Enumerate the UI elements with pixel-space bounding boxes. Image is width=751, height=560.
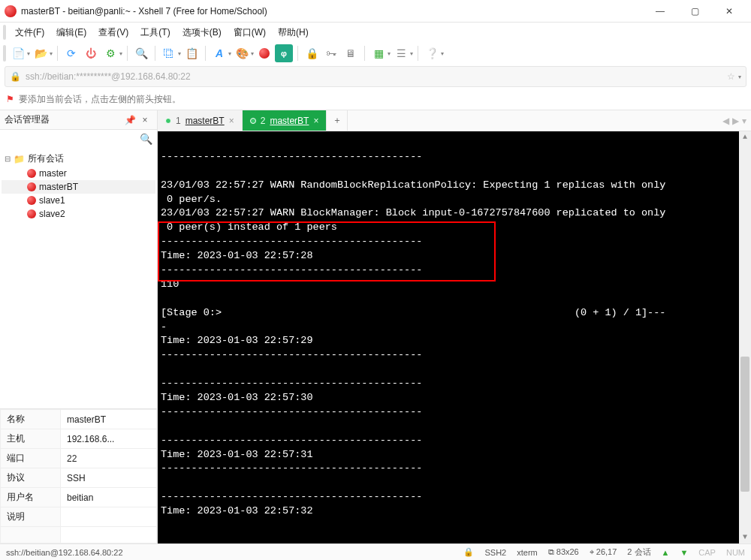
tab-1[interactable]: 1 masterBT × [158,110,243,131]
scroll-up-icon[interactable]: ▲ [739,131,751,143]
menu-tools[interactable]: 工具(T) [134,24,176,41]
chevron-down-icon[interactable]: ▾ [441,50,444,57]
window-title: masterBT - beitian@panli:~ - Xshell 7 (F… [21,6,643,17]
separator [297,46,298,61]
folder-icon: 📁 [14,154,25,164]
prop-key: 说明 [1,507,61,527]
session-item-master[interactable]: master [2,167,155,180]
address-input[interactable]: ssh://beitian:**********@192.168.64.80:2… [26,71,722,82]
xftp-icon[interactable]: φ [275,44,293,62]
lock-icon: 🔒 [463,547,474,557]
new-tab-button[interactable]: ＋ [327,110,348,131]
nav-up-icon[interactable]: ▲ [662,548,670,557]
search-icon[interactable]: 🔍 [140,133,152,145]
menu-edit[interactable]: 编辑(E) [50,24,92,41]
maximize-button[interactable]: ▢ [677,0,712,23]
help-button[interactable]: ❔ [423,44,441,62]
tab-bar: 1 masterBT × 2 masterBT × ＋ ◀ ▶ ▾ [158,110,751,131]
session-item-masterbt[interactable]: masterBT [2,180,155,194]
tab-close-button[interactable]: × [229,116,234,126]
tab-2[interactable]: 2 masterBT × [243,110,327,131]
sidebar-close-button[interactable]: × [137,115,152,125]
sidebar-title: 会话管理器 [5,113,122,126]
chevron-down-icon[interactable]: ▾ [178,50,181,57]
new-session-button[interactable]: 📄 [9,44,27,62]
session-tree: ⊟ 📁 所有会话 master masterBT slave1 slave2 [0,148,157,408]
find-button[interactable]: 🔍 [132,44,150,62]
search-row: 🔍 [0,130,157,148]
menu-view[interactable]: 查看(V) [92,24,134,41]
prop-key: 端口 [1,449,61,468]
cursor-icon: ⌖ [590,547,596,556]
chevron-down-icon[interactable]: ▾ [228,50,231,57]
font-button[interactable]: A [210,44,228,62]
open-button[interactable]: 📂 [32,44,50,62]
chevron-down-icon[interactable]: ▾ [738,74,741,80]
tab-prev-button[interactable]: ◀ [722,116,729,126]
lock-icon: 🔒 [10,71,21,82]
hint-text: 要添加当前会话，点击左侧的箭头按钮。 [19,93,181,106]
status-connection: ssh://beitian@192.168.64.80:22 [6,548,123,557]
terminal[interactable]: ----------------------------------------… [158,131,751,543]
tab-list-button[interactable]: ▾ [742,116,746,126]
copy-button[interactable]: ⿻ [160,44,178,62]
hosts-button[interactable]: 🖥 [342,44,360,62]
pin-button[interactable]: 📌 [122,115,137,125]
separator [155,46,155,61]
prop-value: masterBT [61,410,157,429]
tab-next-button[interactable]: ▶ [732,116,739,126]
layout2-button[interactable]: ☰ [392,44,410,62]
separator [205,46,206,61]
close-button[interactable]: ✕ [712,0,746,23]
status-num: NUM [726,548,745,557]
menu-window[interactable]: 窗口(W) [228,24,272,41]
scrollbar-thumb[interactable] [740,357,749,492]
prop-value: SSH [61,468,157,488]
session-item-slave1[interactable]: slave1 [2,194,155,207]
keys-button[interactable]: 🗝 [322,44,340,62]
layout1-button[interactable]: ▦ [369,44,388,62]
disconnect-button[interactable]: ⏻ [82,44,100,62]
minimize-button[interactable]: — [643,0,677,23]
grip-icon [3,25,6,40]
menu-help[interactable]: 帮助(H) [272,24,315,41]
chevron-down-icon[interactable]: ▾ [50,50,53,57]
reconnect-button[interactable]: ⟳ [62,44,80,62]
chevron-down-icon[interactable]: ▾ [119,50,122,57]
sidebar: 会话管理器 📌 × 🔍 ⊟ 📁 所有会话 master masterBT [0,110,158,543]
session-icon [27,196,36,205]
chevron-down-icon[interactable]: ▾ [251,50,254,57]
scrollbar-vertical[interactable]: ▲ ▼ [739,131,751,543]
separator [418,46,418,61]
properties-button[interactable]: ⚙ [101,44,119,62]
chevron-down-icon[interactable]: ▾ [27,50,30,57]
nav-down-icon[interactable]: ▼ [680,548,688,557]
color-button[interactable]: 🎨 [233,44,251,62]
chevron-down-icon[interactable]: ▾ [410,50,413,57]
collapse-icon[interactable]: ⊟ [5,155,11,163]
main-pane: 会话管理器 📌 × 🔍 ⊟ 📁 所有会话 master masterBT [0,110,751,543]
menu-tab[interactable]: 选项卡(B) [176,24,228,41]
xshell-icon[interactable] [255,44,273,62]
prop-value [61,527,157,543]
status-size: 83x26 [556,547,579,556]
grip-icon [3,45,6,62]
session-item-slave2[interactable]: slave2 [2,207,155,221]
chevron-down-icon[interactable]: ▾ [388,50,391,57]
close-icon: ✕ [725,6,733,17]
bookmark-button[interactable]: ☆ [727,71,735,82]
app-icon [5,5,17,17]
tab-close-button[interactable]: × [313,116,318,126]
tab-index: 1 [176,116,181,126]
grid-icon: ⧉ [548,547,556,556]
paste-button[interactable]: 📋 [182,44,201,62]
tab-index: 2 [261,116,266,126]
property-table: 名称masterBT 主机192.168.6... 端口22 协议SSH 用户名… [0,408,157,543]
terminal-output: ----------------------------------------… [161,151,665,516]
scroll-down-icon[interactable]: ▼ [739,531,751,543]
toolbar: 📄▾ 📂▾ ⟳ ⏻ ⚙▾ 🔍 ⿻▾ 📋 A▾ 🎨▾ φ 🔒 🗝 🖥 ▦▾ ☰▾ … [0,42,751,65]
menu-file[interactable]: 文件(F) [9,24,50,41]
tree-root[interactable]: ⊟ 📁 所有会话 [2,151,155,167]
lock-button[interactable]: 🔒 [303,44,321,62]
session-label: slave2 [39,209,65,219]
